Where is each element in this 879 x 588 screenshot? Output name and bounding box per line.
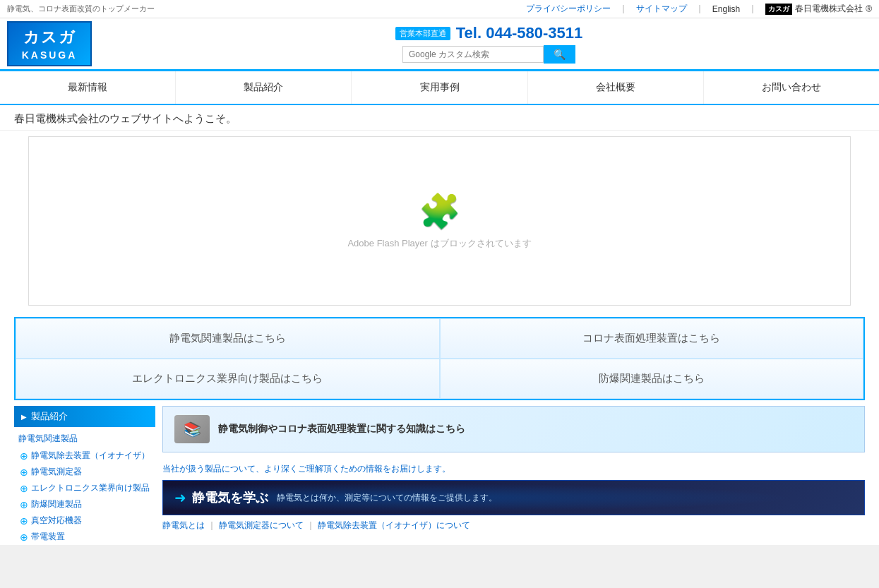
circle-icon: ⊕ [20, 515, 28, 527]
circle-icon: ⊕ [20, 483, 28, 494]
product-btn-static[interactable]: 静電気関連製品はこちら [16, 318, 440, 359]
phone-number: Tel. 044-580-3511 [456, 24, 582, 42]
bottom-section: ▶ 製品紹介 静電気関連製品 ⊕ 静電気除去装置（イオナイザ） ⊕ 静電気測定器… [14, 406, 865, 545]
sidebar-item-charge-label: 帯電装置 [31, 531, 65, 543]
logo-katakana: カスガ [18, 27, 80, 48]
top-bar: 静電気、コロナ表面改質のトップメーカー プライバシーポリシー ｜ サイトマップ … [0, 0, 879, 18]
nav-item-latest[interactable]: 最新情報 [0, 71, 176, 104]
top-bar-links: プライバシーポリシー ｜ サイトマップ ｜ English ｜ カスガ 春日電機… [526, 3, 872, 15]
knowledge-icon: 📚 [174, 415, 210, 443]
learn-title: 静電気を学ぶ [192, 489, 268, 506]
tagline: 静電気、コロナ表面改質のトップメーカー [7, 4, 155, 14]
header-center: 営業本部直通 Tel. 044-580-3511 🔍 [106, 24, 872, 64]
sidebar-item-electronics[interactable]: ⊕ エレクトロニクス業界向け製品 [14, 480, 155, 496]
sidebar-item-ionizer[interactable]: ⊕ 静電気除去装置（イオナイザ） [14, 448, 155, 464]
link-meter[interactable]: 静電気測定器について [219, 520, 304, 532]
circle-icon: ⊕ [20, 450, 28, 462]
sidebar-arrow-icon: ▶ [21, 413, 27, 421]
link-ionizer[interactable]: 静電気除去装置（イオナイザ）について [318, 520, 470, 532]
sidebar-item-vacuum[interactable]: ⊕ 真空対応機器 [14, 512, 155, 529]
registered-mark: ® [866, 4, 872, 14]
main-content: 📚 静電気制御やコロナ表面処理装置に関する知識はこちら 当社が扱う製品について、… [162, 406, 865, 545]
logo-roman: KASUGA [18, 49, 80, 61]
phone-row: 営業本部直通 Tel. 044-580-3511 [395, 24, 582, 42]
knowledge-rest: に関する知識はこちら [366, 423, 465, 434]
link-static-electricity[interactable]: 静電気とは [162, 520, 205, 532]
privacy-policy-link[interactable]: プライバシーポリシー [526, 3, 611, 15]
flash-area: 🧩 Adobe Flash Player はブロックされています [28, 136, 851, 306]
sidebar-item-vacuum-label: 真空対応機器 [31, 515, 82, 527]
knowledge-banner[interactable]: 📚 静電気制御やコロナ表面処理装置に関する知識はこちら [162, 406, 865, 452]
circle-icon: ⊕ [20, 499, 28, 510]
sidebar: ▶ 製品紹介 静電気関連製品 ⊕ 静電気除去装置（イオナイザ） ⊕ 静電気測定器… [14, 406, 155, 545]
sidebar-section-static: 静電気関連製品 ⊕ 静電気除去装置（イオナイザ） ⊕ 静電気測定器 ⊕ エレクト… [14, 430, 155, 545]
sidebar-section-static-title[interactable]: 静電気関連製品 [14, 430, 155, 448]
sidebar-title-label: 製品紹介 [31, 410, 68, 423]
nav-item-company[interactable]: 会社概要 [528, 71, 704, 104]
product-btn-electronics[interactable]: エレクトロニクス業界向け製品はこちら [16, 359, 440, 399]
logo-box: カスガ KASUGA [7, 21, 92, 66]
search-button[interactable]: 🔍 [544, 45, 575, 64]
product-btn-corona[interactable]: コロナ表面処理装置はこちら [440, 318, 864, 359]
sidebar-item-explosion[interactable]: ⊕ 防爆関連製品 [14, 496, 155, 512]
knowledge-bold: 静電気制御やコロナ表面処理装置 [218, 423, 366, 434]
learn-arrow-icon: ➜ [174, 489, 186, 506]
brand-badge: カスガ [765, 4, 792, 15]
sidebar-item-meter-label: 静電気測定器 [31, 466, 82, 478]
sidebar-item-electronics-label: エレクトロニクス業界向け製品 [31, 482, 150, 494]
sidebar-item-meter[interactable]: ⊕ 静電気測定器 [14, 464, 155, 480]
search-row: 🔍 [402, 45, 575, 64]
sidebar-item-explosion-label: 防爆関連製品 [31, 498, 82, 510]
knowledge-text: 静電気制御やコロナ表面処理装置に関する知識はこちら [218, 423, 465, 436]
flash-message: Adobe Flash Player はブロックされています [347, 237, 531, 250]
welcome-message: 春日電機株式会社のウェブサイトへようこそ。 [0, 105, 879, 131]
company-name: 春日電機株式会社 [795, 3, 863, 15]
search-input[interactable] [402, 46, 544, 63]
puzzle-icon: 🧩 [419, 192, 461, 232]
circle-icon: ⊕ [20, 467, 28, 478]
sidebar-item-charge[interactable]: ⊕ 帯電装置 [14, 529, 155, 545]
nav-item-products[interactable]: 製品紹介 [176, 71, 352, 104]
intro-text: 当社が扱う製品について、より深くご理解頂くための情報をお届けします。 [162, 458, 865, 480]
flash-wrapper: 🧩 Adobe Flash Player はブロックされています [0, 131, 879, 311]
product-buttons: 静電気関連製品はこちら コロナ表面処理装置はこちら エレクトロニクス業界向け製品… [14, 317, 865, 400]
learn-banner[interactable]: ➜ 静電気を学ぶ 静電気とは何か、測定等についての情報をご提供します。 [162, 480, 865, 515]
sales-badge: 営業本部直通 [395, 27, 450, 40]
nav-item-cases[interactable]: 実用事例 [352, 71, 527, 104]
product-btn-explosion[interactable]: 防爆関連製品はこちら [440, 359, 864, 399]
header: カスガ KASUGA 営業本部直通 Tel. 044-580-3511 🔍 [0, 18, 879, 71]
circle-icon: ⊕ [20, 532, 28, 543]
learn-subtitle: 静電気とは何か、測定等についての情報をご提供します。 [277, 492, 497, 504]
sidebar-title: ▶ 製品紹介 [14, 406, 155, 427]
static-links: 静電気とは ｜ 静電気測定器について ｜ 静電気除去装置（イオナイザ）について [162, 515, 865, 536]
nav-item-contact[interactable]: お問い合わせ [704, 71, 879, 104]
sidebar-item-ionizer-label: 静電気除去装置（イオナイザ） [31, 450, 150, 462]
english-link[interactable]: English [712, 4, 740, 14]
sitemap-link[interactable]: サイトマップ [636, 3, 687, 15]
company-name-area: カスガ 春日電機株式会社 ® [765, 3, 872, 15]
main-nav: 最新情報 製品紹介 実用事例 会社概要 お問い合わせ [0, 71, 879, 105]
